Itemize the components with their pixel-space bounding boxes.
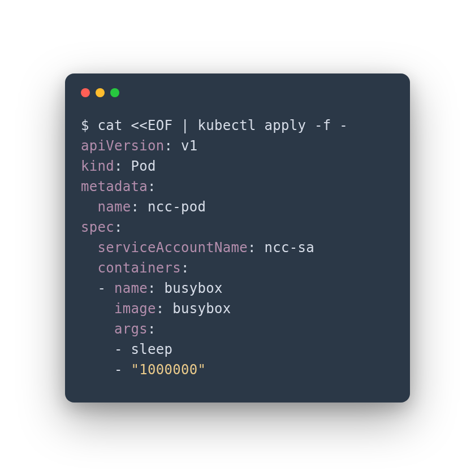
shell-command: cat <<EOF | kubectl apply -f -: [98, 118, 348, 133]
yaml-separator: :: [148, 179, 156, 194]
indent: -: [81, 341, 131, 357]
yaml-separator: :: [131, 199, 148, 215]
maximize-icon[interactable]: [110, 88, 119, 97]
yaml-key: spec: [81, 219, 114, 235]
yaml-key: args: [114, 321, 148, 337]
yaml-value: ncc-sa: [265, 240, 315, 256]
yaml-line: apiVersion: v1: [81, 136, 394, 156]
yaml-value: sleep: [131, 341, 173, 357]
yaml-line: image: busybox: [81, 298, 394, 319]
yaml-key: apiVersion: [81, 138, 165, 154]
indent: -: [81, 280, 114, 296]
yaml-line: serviceAccountName: ncc-sa: [81, 237, 394, 258]
yaml-separator: :: [156, 301, 173, 317]
yaml-value: busybox: [172, 301, 231, 317]
yaml-key: name: [98, 199, 131, 215]
yaml-value: v1: [181, 138, 198, 154]
yaml-key: name: [114, 280, 148, 296]
yaml-separator: :: [181, 260, 189, 276]
indent: [81, 260, 98, 276]
window-titlebar: [81, 86, 394, 97]
command-line: $ cat <<EOF | kubectl apply -f -: [81, 115, 394, 136]
terminal-window: $ cat <<EOF | kubectl apply -f -apiVersi…: [65, 73, 410, 403]
yaml-value: ncc-pod: [148, 199, 206, 215]
yaml-line: name: ncc-pod: [81, 197, 394, 217]
yaml-separator: :: [148, 321, 156, 337]
indent: [81, 240, 98, 256]
yaml-value: Pod: [131, 158, 156, 174]
yaml-line: - name: busybox: [81, 278, 394, 298]
terminal-content: $ cat <<EOF | kubectl apply -f -apiVersi…: [81, 115, 394, 380]
minimize-icon[interactable]: [96, 88, 105, 97]
yaml-key: kind: [81, 158, 114, 174]
indent: [81, 199, 98, 215]
yaml-key: containers: [98, 260, 182, 276]
indent: [81, 301, 114, 317]
yaml-separator: :: [114, 158, 131, 174]
yaml-line: spec:: [81, 217, 394, 237]
yaml-line: - sleep: [81, 339, 394, 360]
indent: [81, 321, 114, 337]
prompt-symbol: $: [81, 118, 98, 133]
yaml-key: metadata: [81, 179, 148, 194]
close-icon[interactable]: [81, 88, 90, 97]
yaml-line: kind: Pod: [81, 156, 394, 176]
yaml-line: containers:: [81, 258, 394, 278]
yaml-key: image: [114, 301, 156, 317]
yaml-value: "1000000": [131, 362, 206, 378]
yaml-value: busybox: [165, 280, 223, 296]
yaml-separator: :: [165, 138, 182, 154]
yaml-separator: :: [148, 280, 165, 296]
yaml-line: metadata:: [81, 176, 394, 197]
yaml-key: serviceAccountName: [98, 240, 248, 256]
yaml-separator: :: [248, 240, 265, 256]
yaml-line: args:: [81, 319, 394, 339]
yaml-line: - "1000000": [81, 360, 394, 380]
indent: -: [81, 362, 131, 378]
yaml-separator: :: [114, 219, 123, 235]
